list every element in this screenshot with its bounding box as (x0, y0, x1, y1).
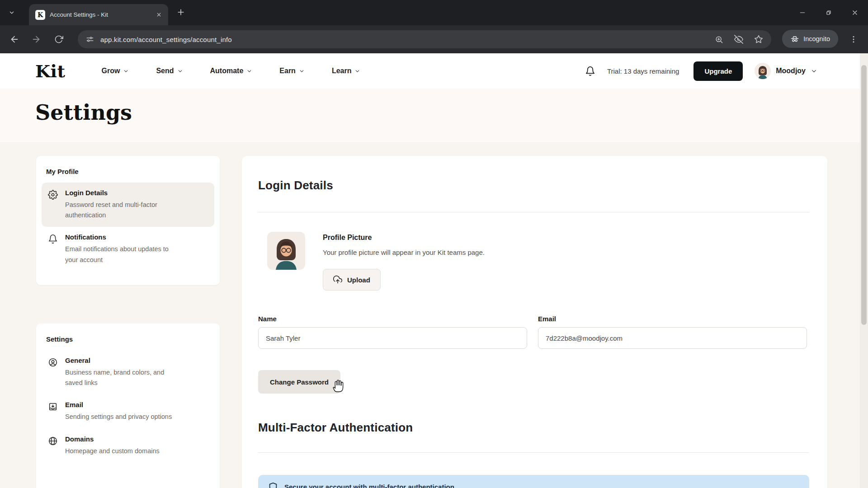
close-window-button[interactable] (842, 0, 868, 25)
address-bar[interactable]: app.kit.com/account_settings/account_inf… (78, 30, 771, 48)
sidebar-item-description: Homepage and custom domains (65, 446, 160, 456)
user-circle-icon (48, 357, 59, 367)
page-scrollbar[interactable] (860, 53, 868, 488)
main-menu: Grow Send Automate Earn Learn (102, 67, 361, 75)
chevron-down-icon (811, 68, 817, 75)
section-heading-mfa: Multi-Factor Authentication (258, 421, 413, 435)
account-avatar (755, 63, 771, 79)
tab-search-button[interactable] (5, 6, 18, 19)
chevron-down-icon (177, 68, 183, 74)
cloud-upload-icon (333, 275, 342, 284)
kit-logo[interactable]: Kit (35, 61, 66, 81)
email-label: Email (538, 315, 556, 323)
upgrade-button[interactable]: Upgrade (693, 61, 743, 81)
menu-learn-label: Learn (332, 67, 352, 75)
upload-button[interactable]: Upload (323, 269, 381, 291)
minimize-icon (799, 9, 806, 16)
browser-tab[interactable]: K Account Settings - Kit (29, 4, 168, 25)
sidebar-item-email[interactable]: Email Sending settings and privacy optio… (42, 394, 214, 428)
chevron-down-icon (354, 68, 360, 74)
menu-send[interactable]: Send (156, 67, 183, 75)
profile-picture-label: Profile Picture (323, 234, 372, 242)
browser-toolbar: app.kit.com/account_settings/account_inf… (0, 25, 868, 53)
incognito-icon (790, 34, 799, 43)
forward-button[interactable] (28, 31, 44, 47)
reload-button[interactable] (51, 31, 67, 47)
account-menu[interactable]: Moodjoy (755, 63, 817, 79)
url-text: app.kit.com/account_settings/account_inf… (100, 36, 708, 43)
tab-close-icon[interactable] (154, 10, 164, 20)
change-password-button[interactable]: Change Password (258, 370, 340, 394)
menu-grow[interactable]: Grow (102, 67, 129, 75)
navbar-right: Trial: 13 days remaining Upgrade Moodjoy (585, 61, 817, 81)
notification-bell-icon[interactable] (585, 66, 595, 76)
menu-grow-label: Grow (102, 67, 120, 75)
name-input[interactable] (258, 327, 527, 349)
globe-icon (48, 435, 59, 446)
site-info-icon[interactable] (86, 35, 94, 43)
bell-icon (48, 233, 59, 244)
menu-learn[interactable]: Learn (332, 67, 361, 75)
sidebar-item-notifications[interactable]: Notifications Email notifications about … (42, 227, 214, 271)
sidebar-section-title: Settings (46, 335, 214, 343)
bookmark-star-icon[interactable] (754, 35, 763, 44)
window-controls (789, 0, 868, 25)
profile-picture-image (267, 232, 305, 270)
sidebar-item-domains[interactable]: Domains Homepage and custom domains (42, 429, 214, 463)
favicon-letter: K (38, 11, 43, 19)
sidebar-item-label: Domains (65, 435, 160, 443)
menu-automate-label: Automate (210, 67, 244, 75)
sidebar-item-description: Sending settings and privacy options (65, 412, 172, 422)
sidebar-item-description: Business name, brand colors, and saved l… (65, 367, 175, 388)
menu-automate[interactable]: Automate (210, 67, 253, 75)
menu-send-label: Send (156, 67, 174, 75)
close-icon (851, 9, 859, 16)
sidebar-my-profile-card: My Profile Login Details Password reset … (36, 156, 220, 285)
trial-status: Trial: 13 days remaining (607, 67, 679, 75)
chevron-down-icon (246, 68, 252, 74)
login-details-panel: Login Details Profile Picture Your profi… (242, 156, 827, 488)
scrollbar-thumb[interactable] (861, 65, 867, 325)
sidebar-item-label: Email (65, 401, 172, 408)
mfa-banner-text: Secure your account with multi-factor au… (284, 482, 454, 488)
zoom-icon[interactable] (715, 35, 723, 44)
inbox-download-icon (48, 401, 59, 412)
profile-picture-description: Your profile picture will appear in your… (323, 249, 485, 256)
sidebar-item-general[interactable]: General Business name, brand colors, and… (42, 350, 214, 394)
sidebar-item-label: Notifications (65, 233, 175, 241)
gear-icon (48, 189, 59, 200)
minimize-button[interactable] (789, 0, 816, 25)
page-title: Settings (35, 100, 132, 125)
name-label: Name (258, 315, 277, 323)
incognito-label: Incognito (803, 35, 830, 42)
new-tab-button[interactable] (176, 8, 185, 17)
chevron-down-icon (123, 68, 129, 74)
sidebar-item-login-details[interactable]: Login Details Password reset and multi-f… (42, 183, 214, 227)
email-input[interactable] (538, 327, 807, 349)
back-button[interactable] (6, 31, 23, 47)
incognito-badge: Incognito (782, 30, 838, 48)
chevron-down-icon (9, 9, 15, 16)
app-navbar: Kit Grow Send Automate Earn Learn Trial:… (0, 53, 860, 89)
password-eye-off-icon[interactable] (734, 35, 743, 44)
restore-button[interactable] (816, 0, 842, 25)
section-heading-login-details: Login Details (258, 178, 333, 192)
divider (258, 452, 809, 453)
page-header: Settings (0, 89, 860, 142)
sidebar-item-description: Password reset and multi-factor authenti… (65, 200, 175, 221)
omnibox-actions (715, 35, 763, 44)
menu-earn[interactable]: Earn (279, 67, 305, 75)
sidebar-item-description: Email notifications about updates to you… (65, 244, 175, 265)
sidebar-item-label: Login Details (65, 189, 175, 197)
forward-arrow-icon (31, 34, 41, 44)
upload-button-label: Upload (347, 276, 370, 284)
chevron-down-icon (299, 68, 305, 74)
restore-icon (825, 9, 832, 16)
browser-menu-button[interactable] (849, 34, 858, 45)
divider (258, 212, 809, 212)
sidebar-item-label: General (65, 357, 175, 364)
mfa-info-banner: Secure your account with multi-factor au… (258, 475, 809, 488)
kit-favicon-icon: K (35, 10, 45, 20)
sidebar-settings-card: Settings General Business name, brand co… (36, 324, 220, 488)
back-arrow-icon (9, 34, 19, 44)
